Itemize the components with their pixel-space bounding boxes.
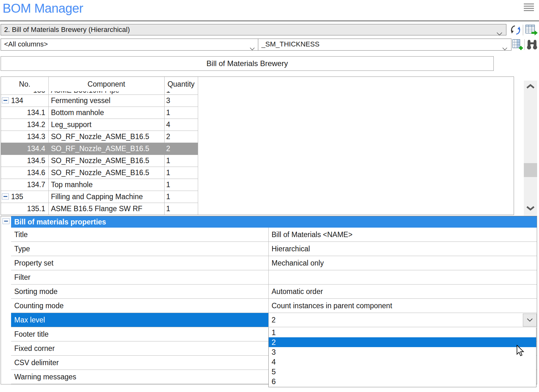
property-value[interactable]: Hierarchical	[268, 242, 537, 256]
hamburger-menu-icon[interactable]	[524, 3, 534, 12]
column-header-component[interactable]: Component	[48, 77, 164, 91]
property-value[interactable]: Bill of Materials <NAME>	[268, 228, 537, 242]
cell-quantity: 4	[166, 119, 170, 131]
cell-component: SO_RF_Nozzle_ASME_B16.5	[51, 131, 149, 143]
property-value[interactable]: Count instances in parent component	[268, 299, 537, 313]
bom-select-value: 2. Bill of Materials Brewery (Hierarchic…	[4, 26, 130, 34]
hamburger-bar	[524, 3, 534, 4]
refresh-button[interactable]	[510, 24, 522, 36]
property-label: Type	[11, 242, 268, 256]
cell-quantity: 1	[166, 191, 170, 203]
binoculars-icon	[526, 39, 538, 50]
table-row-selected[interactable]: 134.4 SO_RF_Nozzle_ASME_B16.5 2	[1, 143, 198, 155]
hamburger-bar	[524, 6, 534, 7]
panel-left-border	[1, 216, 1, 384]
bom-table: No. Component Quantity 133 ASME B36.19M …	[1, 77, 514, 215]
properties-header: Bill of materials properties	[11, 216, 537, 228]
vertical-scrollbar[interactable]	[524, 81, 537, 216]
cell-quantity: 2	[166, 143, 170, 155]
column-header-quantity[interactable]: Quantity	[164, 77, 198, 91]
cell-no: 134.4	[1, 143, 45, 155]
property-value[interactable]: 2	[268, 313, 537, 327]
table-row[interactable]: 134.7 Top manhole 1	[1, 179, 198, 191]
chevron-down-icon	[502, 43, 507, 51]
scroll-down-icon[interactable]	[526, 206, 535, 212]
cell-component: Top manhole	[51, 179, 93, 191]
cell-component: ASME B16.5 Flange SW RF	[51, 203, 142, 215]
column-filter-select[interactable]: <All columns>	[1, 39, 259, 51]
cell-component: SO_RF_Nozzle_ASME_B16.5	[51, 167, 149, 179]
minus-glyph	[4, 221, 8, 222]
divider	[523, 25, 523, 35]
dropdown-option[interactable]: 5	[269, 367, 536, 377]
panel-right-border	[537, 216, 537, 384]
property-label: Sorting mode	[11, 285, 268, 298]
property-label: Max level	[11, 313, 268, 327]
bom-select[interactable]: 2. Bill of Materials Brewery (Hierarchic…	[1, 24, 506, 35]
table-row[interactable]: 134.5 SO_RF_Nozzle_ASME_B16.5 1	[1, 155, 198, 167]
scrollbar-thumb[interactable]	[524, 163, 537, 177]
find-button[interactable]	[526, 39, 538, 51]
property-row[interactable]: Title Bill of Materials <NAME>	[11, 228, 537, 242]
table-row[interactable]: 134 Fermenting vessel 3	[1, 95, 198, 107]
property-row-selected[interactable]: Max level 2	[11, 313, 537, 327]
table-row[interactable]: 134.2 Leg_support 4	[1, 119, 198, 131]
cell-component: SO_RF_Nozzle_ASME_B16.5	[51, 155, 149, 167]
table-export-icon	[525, 24, 538, 36]
cell-no: 133	[1, 91, 45, 95]
property-row[interactable]: Sorting mode Automatic order	[11, 285, 537, 299]
cell-no: 134	[1, 95, 47, 107]
cell-no: 134.7	[1, 179, 45, 191]
dropdown-option-highlighted[interactable]: 2	[269, 337, 536, 347]
property-row[interactable]: Filter	[11, 270, 537, 285]
panel-collapse-minus-icon[interactable]	[3, 218, 9, 224]
table-row[interactable]: 135.1 ASME B16.5 Flange SW RF 1	[1, 203, 198, 215]
dropdown-option[interactable]: 6	[269, 377, 536, 386]
table-row[interactable]: 134.1 Bottom manhole 1	[1, 107, 198, 119]
property-row[interactable]: Type Hierarchical	[11, 242, 537, 256]
property-label: Counting mode	[11, 299, 268, 313]
cell-component: Leg_support	[51, 119, 91, 131]
dropdown-option[interactable]: 3	[269, 347, 536, 357]
add-column-button[interactable]	[511, 39, 523, 50]
scroll-up-icon[interactable]	[526, 84, 535, 90]
cell-quantity: 3	[166, 95, 170, 107]
cell-no: 135.1	[1, 203, 45, 215]
cell-quantity: 2	[166, 131, 170, 143]
divider	[524, 39, 525, 50]
cell-quantity: 1	[166, 155, 170, 167]
table-row[interactable]: 134.6 SO_RF_Nozzle_ASME_B16.5 1	[1, 167, 198, 179]
property-value[interactable]: Automatic order	[268, 285, 537, 298]
cell-no: 134.5	[1, 155, 45, 167]
column-header-no[interactable]: No.	[1, 77, 48, 91]
cell-no: 134.6	[1, 167, 45, 179]
table-row[interactable]: 135 Filling and Capping Machine 1	[1, 191, 198, 203]
cell-no: 134.3	[1, 131, 45, 143]
cell-component: Filling and Capping Machine	[51, 191, 143, 203]
add-column-icon	[512, 39, 523, 50]
export-table-button[interactable]	[525, 24, 538, 36]
hamburger-bar	[524, 10, 534, 11]
property-column-select[interactable]: _SM_THICKNESS	[258, 39, 511, 51]
cell-quantity: 1	[166, 203, 170, 215]
property-value[interactable]	[268, 270, 537, 284]
cell-no: 134.1	[1, 107, 45, 119]
dropdown-option[interactable]: 4	[269, 357, 536, 367]
cell-no: 135	[1, 191, 47, 203]
max-level-dropdown-button[interactable]	[523, 314, 537, 327]
cell-component: ASME B36.19M Pipe	[51, 91, 119, 95]
chevron-down-icon	[527, 318, 533, 322]
table-right-border	[198, 77, 198, 215]
bom-table-title: Bill of Materials Brewery	[1, 56, 494, 71]
table-row-clipped[interactable]: 133 ASME B36.19M Pipe 1	[1, 91, 198, 95]
table-row[interactable]: 134.3 SO_RF_Nozzle_ASME_B16.5 2	[1, 131, 198, 143]
property-value[interactable]: Mechanical only	[268, 256, 537, 270]
property-row[interactable]: Counting mode Count instances in parent …	[11, 299, 537, 313]
property-row[interactable]: Property set Mechanical only	[11, 256, 537, 270]
cell-no: 134.2	[1, 119, 45, 131]
cell-quantity: 1	[166, 167, 170, 179]
property-label: Title	[11, 228, 268, 242]
hamburger-bar	[524, 8, 534, 9]
dropdown-option[interactable]: 1	[269, 328, 536, 337]
divider	[0, 20, 539, 21]
